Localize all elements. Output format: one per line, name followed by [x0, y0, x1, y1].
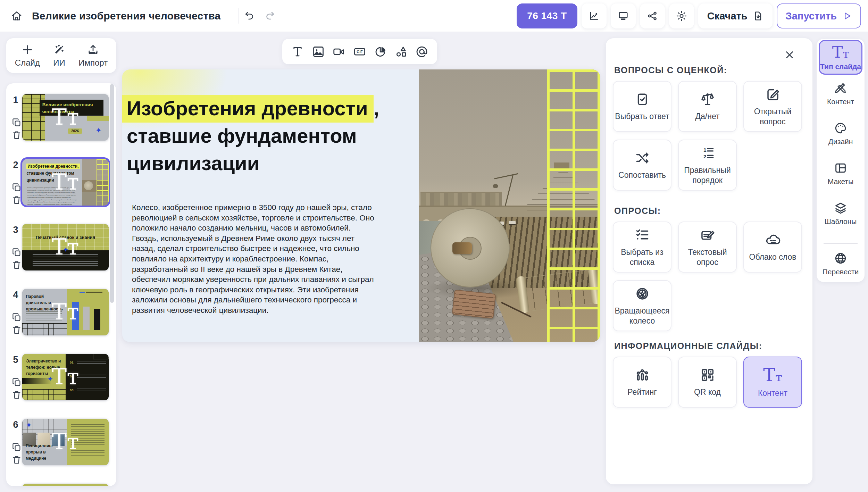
redo-icon[interactable]: [265, 10, 276, 21]
sidebar-item-content-edit[interactable]: Контент: [819, 81, 862, 106]
word-cloud-icon: [765, 232, 781, 248]
present-icon: [617, 10, 629, 22]
slide-type-card-spinning-wheel[interactable]: Вращающееся колесо: [613, 280, 671, 331]
insert-image-icon[interactable]: [309, 43, 327, 61]
photo-clay-tablet: [452, 290, 496, 319]
photo-oxen: [509, 221, 516, 225]
present-button[interactable]: [611, 3, 636, 28]
slide-number: 3: [10, 225, 21, 235]
choose-answer-icon: [634, 91, 650, 107]
slide-number: 5: [10, 355, 21, 365]
thumbnail-chart: [67, 289, 109, 335]
design-palette-icon: [834, 121, 848, 135]
download-button[interactable]: Скачать: [698, 3, 773, 28]
slide-number: 2: [10, 160, 21, 170]
insert-mention-icon[interactable]: [413, 43, 431, 61]
translate-globe-icon: [834, 251, 848, 265]
content-edit-icon: [834, 81, 848, 95]
slide-thumbnail[interactable]: Электричество и телефон: новые горизонты…: [22, 354, 109, 400]
slide-body-textbox[interactable]: Колесо, изобретенное примерно в 3500 год…: [132, 202, 378, 316]
match-icon: [634, 150, 650, 166]
photo-grid-overlay: [547, 69, 600, 342]
sidebar-item-layouts[interactable]: Макеты: [819, 161, 862, 186]
toolbar-upload-button[interactable]: Импорт: [78, 43, 108, 68]
slide-type-card-open-question[interactable]: Открытый вопрос: [743, 81, 802, 132]
star-decoration: ✦: [63, 246, 69, 253]
slide-type-card-correct-order[interactable]: 12Правильный порядок: [678, 140, 737, 191]
insert-video-icon[interactable]: [330, 43, 348, 61]
plus-icon: [21, 43, 34, 56]
correct-order-icon: 12: [700, 145, 716, 161]
slide-actions-toolbar: СлайдИИИмпорт: [6, 38, 116, 73]
document-title[interactable]: Великие изобретения человечества: [32, 10, 220, 22]
thumbnail-photo: [82, 159, 109, 206]
slides-scrollbar[interactable]: [110, 84, 114, 303]
slide-type-card-pick-list[interactable]: Выбрать из списка: [613, 222, 671, 273]
slide-canvas: Изобретения древности, ставшие фундамент…: [122, 69, 600, 342]
section-title: ИНФОРМАЦИОННЫЕ СЛАЙДЫ:: [614, 341, 762, 351]
share-button[interactable]: [640, 3, 665, 28]
svg-text:2: 2: [703, 153, 707, 159]
sidebar-item-templates[interactable]: Шаблоны: [819, 201, 862, 226]
launch-button[interactable]: Запустить: [777, 3, 861, 28]
top-bar: Великие изобретения человечества 76 143 …: [0, 0, 868, 32]
slide-thumbnail[interactable]: Изобретения древности,ставшие фундаменто…: [22, 159, 109, 206]
slide-thumbnail[interactable]: Печатный станок и знания✦Tт: [22, 224, 109, 270]
slide-number: 4: [10, 290, 21, 300]
slide-number: 1: [10, 95, 21, 106]
settings-button[interactable]: [669, 3, 694, 28]
slide-thumbnail[interactable]: Паровой двигатель и промышленностьTт: [22, 289, 109, 335]
download-doc-icon: [752, 10, 763, 22]
toolbar-plus-button[interactable]: Слайд: [15, 43, 40, 68]
toolbar-magic-wand-button[interactable]: ИИ: [53, 43, 66, 68]
star-decoration: ✦: [26, 422, 32, 429]
play-icon: [842, 11, 852, 21]
templates-icon: [834, 201, 848, 215]
slide-type-card-yes-no[interactable]: Да/нет: [678, 81, 737, 132]
analytics-icon: [588, 10, 600, 22]
slide-type-panel: ВОПРОСЫ С ОЦЕНКОЙ:Выбрать ответДа/нетОтк…: [606, 38, 812, 484]
pick-list-icon: [634, 227, 650, 243]
slide-type-card-rating[interactable]: Рейтинг: [613, 357, 671, 408]
gear-icon: [676, 10, 687, 22]
sidebar-item-slide-type[interactable]: TтТип слайда: [819, 40, 862, 75]
insert-text-icon[interactable]: [289, 43, 307, 61]
sidebar-item-design-palette[interactable]: Дизайн: [819, 121, 862, 146]
insert-chart-icon[interactable]: [372, 43, 390, 61]
slide-thumbnail[interactable]: ✦Пенициллин: прорыв в медицинеTт: [22, 419, 109, 465]
divider: [239, 8, 239, 24]
sidebar-item-translate-globe[interactable]: Перевести: [819, 251, 862, 276]
text-poll-icon: [700, 227, 716, 243]
slide-type-card-content-tt[interactable]: TтКонтент: [743, 357, 802, 408]
section-title: ОПРОСЫ:: [614, 206, 661, 216]
divider: [824, 243, 858, 244]
insert-gif-icon[interactable]: GIF: [351, 43, 369, 61]
slide-number: 6: [10, 419, 21, 430]
slide-number: 7: [10, 484, 21, 486]
slide-row: 4Паровой двигатель и промышленностьTт: [6, 289, 116, 335]
slide-row: 7: [6, 484, 116, 486]
home-icon[interactable]: [10, 10, 23, 22]
slide-thumbnail[interactable]: Великие изобретения человечества2026✦Tт: [22, 94, 109, 141]
open-question-icon: [765, 86, 781, 102]
undo-icon[interactable]: [244, 10, 255, 21]
analytics-button[interactable]: [582, 3, 607, 28]
slide-type-card-word-cloud[interactable]: Облако слов: [743, 222, 802, 273]
tools-sidebar: TтТип слайдаКонтентДизайнМакетыШаблоныПе…: [817, 39, 865, 282]
tokens-button[interactable]: 76 143 Т: [517, 3, 577, 28]
slide-image[interactable]: [419, 69, 600, 342]
layouts-icon: [834, 161, 848, 175]
insert-toolbar: GIF: [282, 39, 437, 64]
close-icon[interactable]: [782, 47, 797, 62]
slide-thumbnail[interactable]: [22, 484, 109, 486]
slide-type-icon: Tт: [832, 44, 849, 60]
slide-type-card-match[interactable]: Сопоставить: [613, 140, 671, 191]
insert-shapes-icon[interactable]: [392, 43, 410, 61]
slide-type-card-qr-code[interactable]: QR код: [678, 357, 737, 408]
slide-type-card-text-poll[interactable]: Текстовый опрос: [678, 222, 737, 273]
slide-title-textbox[interactable]: Изобретения древности, ставшие фундамент…: [122, 94, 421, 177]
upload-icon: [87, 43, 99, 56]
slide-type-card-choose-answer[interactable]: Выбрать ответ: [613, 81, 671, 132]
svg-text:1: 1: [703, 147, 707, 153]
slide-row: 5Электричество и телефон: новые горизонт…: [6, 354, 116, 400]
